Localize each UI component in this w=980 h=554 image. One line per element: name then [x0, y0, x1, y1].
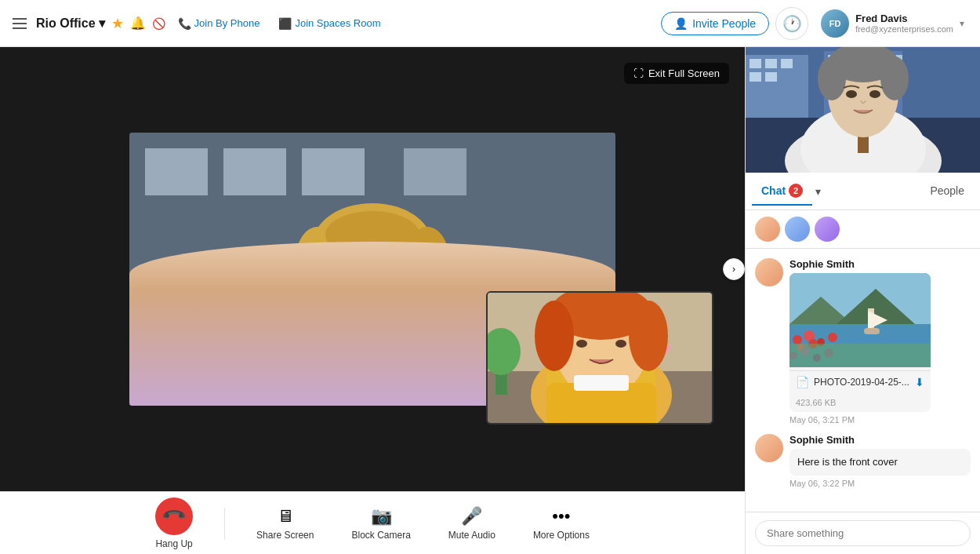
chevron-right-icon: ›	[732, 264, 735, 275]
hang-up-icon: 📞	[155, 498, 193, 535]
message-2-sender: Sophie Smith	[789, 434, 971, 446]
header-left: Rio Office ▾ ★ 🔔 🚫 📞 Join By Phone ⬛ Joi…	[9, 14, 661, 33]
favorite-star-icon[interactable]: ★	[111, 15, 124, 32]
message-2-text: Here is the front cover	[789, 449, 971, 476]
message-image-container[interactable]: 📄 PHOTO-2019-04-25-... ⬇ 423.66 KB	[789, 273, 931, 412]
svg-point-28	[576, 340, 587, 348]
header-right: 👤 Invite People 🕐 FD Fred Davis fred@xyz…	[661, 6, 971, 41]
chat-message-1: Sophie Smith	[755, 258, 971, 425]
no-video-icon: 🚫	[152, 17, 165, 30]
svg-point-57	[869, 90, 880, 98]
join-by-phone-label: Join By Phone	[194, 17, 260, 29]
hamburger-menu-icon[interactable]	[9, 15, 30, 32]
join-by-phone-button[interactable]: 📞 Join By Phone	[172, 14, 267, 33]
share-screen-button[interactable]: 🖥 Share Screen	[250, 503, 320, 544]
svg-point-13	[325, 211, 419, 258]
timer-button[interactable]: 🕐	[775, 7, 808, 40]
header: Rio Office ▾ ★ 🔔 🚫 📞 Join By Phone ⬛ Joi…	[0, 0, 980, 47]
user-name: Fred Davis	[855, 13, 953, 24]
tab-bar: Chat 2 ▾ People	[746, 173, 980, 210]
app-title-chevron-icon[interactable]: ▾	[99, 16, 105, 31]
svg-rect-35	[750, 59, 761, 68]
hang-up-button[interactable]: 📞 Hang Up	[149, 494, 199, 552]
profile-chevron-down-icon: ▾	[960, 18, 964, 29]
app-title: Rio Office ▾	[36, 16, 105, 31]
message-1-sender: Sophie Smith	[789, 258, 971, 270]
mute-audio-button[interactable]: 🎤 Mute Audio	[442, 503, 502, 544]
svg-point-56	[846, 90, 857, 98]
chat-messages: Sophie Smith	[746, 249, 980, 512]
svg-point-29	[615, 340, 626, 348]
more-options-icon: •••	[552, 506, 570, 527]
svg-rect-38	[750, 72, 761, 82]
share-screen-icon: 🖥	[277, 506, 294, 527]
right-sidebar: Chat 2 ▾ People Sophie Smith	[745, 47, 980, 554]
sidebar-toggle-button[interactable]: ›	[723, 258, 745, 280]
avatar-2	[785, 217, 810, 242]
bottom-toolbar: 📞 Hang Up 🖥 Share Screen 📷 Block Camera …	[0, 491, 745, 554]
svg-point-66	[793, 335, 802, 344]
share-screen-label: Share Screen	[256, 530, 314, 541]
svg-point-27	[629, 301, 668, 371]
secondary-video-tile: ♥	[486, 291, 713, 425]
svg-rect-39	[765, 72, 777, 82]
message-1-content: Sophie Smith	[789, 258, 971, 425]
svg-rect-8	[357, 290, 388, 329]
share-input[interactable]	[755, 520, 971, 546]
svg-point-54	[818, 56, 846, 100]
sidebar-top-video	[746, 47, 980, 173]
chat-tab-label: Chat	[761, 184, 786, 197]
people-tab-label: People	[930, 184, 964, 197]
message-2-time: May 06, 3:22 PM	[789, 479, 971, 488]
svg-rect-31	[574, 375, 629, 391]
svg-rect-5	[404, 148, 466, 195]
block-camera-icon: 📷	[371, 506, 392, 527]
svg-point-15	[386, 274, 398, 282]
sophie-avatar-1	[755, 258, 783, 286]
svg-point-6	[278, 290, 466, 406]
chat-tab-chevron-button[interactable]: ▾	[812, 182, 824, 201]
app-title-text: Rio Office	[36, 16, 96, 31]
file-size: 423.66 KB	[796, 398, 836, 407]
svg-rect-3	[223, 148, 286, 195]
photo-image	[789, 273, 931, 367]
exit-fullscreen-button[interactable]: ⛶ Exit Full Screen	[624, 63, 729, 84]
block-camera-button[interactable]: 📷 Block Camera	[345, 503, 416, 544]
svg-rect-37	[781, 59, 793, 68]
mute-audio-icon: 🎤	[461, 506, 482, 527]
chat-tab[interactable]: Chat 2	[752, 177, 812, 206]
user-email: fred@xyzenterprises.com	[855, 24, 953, 34]
exit-fullscreen-label: Exit Full Screen	[648, 67, 720, 79]
chat-badge: 2	[789, 184, 803, 198]
svg-rect-4	[302, 148, 365, 195]
svg-point-7	[302, 282, 443, 392]
exit-fullscreen-icon: ⛶	[633, 67, 644, 79]
svg-rect-36	[765, 59, 777, 68]
message-1-time: May 06, 3:21 PM	[789, 415, 971, 425]
more-options-button[interactable]: ••• More Options	[527, 503, 596, 544]
join-spaces-room-button[interactable]: ⬛ Join Spaces Room	[272, 14, 387, 33]
main-area: ⛶ Exit Full Screen	[0, 47, 980, 554]
toolbar-divider-1	[224, 508, 225, 539]
svg-point-55	[880, 56, 909, 100]
sophie-avatar-2	[755, 434, 783, 462]
chat-message-2: Sophie Smith Here is the front cover May…	[755, 434, 971, 488]
user-info: Fred Davis fred@xyzenterprises.com	[855, 13, 953, 34]
file-info: 📄 PHOTO-2019-04-25-... ⬇	[789, 370, 931, 393]
user-profile-button[interactable]: FD Fred Davis fred@xyzenterprises.com ▾	[815, 6, 971, 41]
svg-rect-2	[145, 148, 208, 195]
svg-point-14	[347, 274, 359, 282]
bell-icon[interactable]: 🔔	[130, 16, 146, 31]
block-camera-label: Block Camera	[351, 530, 410, 541]
user-avatar: FD	[821, 9, 849, 38]
file-icon: 📄	[796, 376, 809, 388]
avatar-1	[755, 217, 780, 242]
svg-rect-65	[864, 328, 880, 334]
secondary-video-svg: ♥	[488, 293, 713, 425]
video-area: ⛶ Exit Full Screen	[0, 47, 745, 554]
timer-icon: 🕐	[782, 14, 802, 33]
download-icon[interactable]: ⬇	[915, 376, 924, 388]
svg-point-26	[535, 301, 574, 371]
invite-people-button[interactable]: 👤 Invite People	[661, 12, 769, 35]
people-tab[interactable]: People	[920, 178, 974, 205]
